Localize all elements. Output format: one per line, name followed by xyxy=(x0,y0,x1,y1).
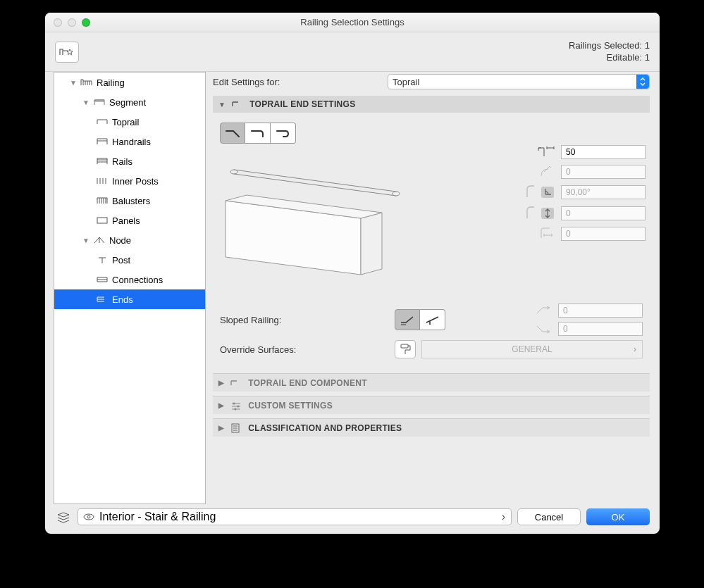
end-settings-panel: Sloped Railing: xyxy=(213,117,650,369)
section-title: TOPRAIL END COMPONENT xyxy=(248,378,367,388)
tree-item-node[interactable]: ▼ Node xyxy=(54,230,205,250)
tree-item-railing[interactable]: ▼ Railing xyxy=(54,73,205,92)
disclosure-closed-icon: ▶ xyxy=(218,401,224,409)
panels-icon xyxy=(95,215,109,225)
override-surface-select[interactable]: GENERAL › xyxy=(421,340,643,358)
tree-item-inner-posts[interactable]: Inner Posts xyxy=(54,171,205,191)
extension-input[interactable] xyxy=(561,145,646,159)
section-custom[interactable]: ▶ CUSTOM SETTINGS xyxy=(213,396,650,414)
tree-item-segment[interactable]: ▼ Segment xyxy=(54,92,205,112)
svg-point-10 xyxy=(84,514,94,520)
edit-settings-for-select[interactable]: Toprail xyxy=(388,74,650,89)
node-icon xyxy=(92,235,106,245)
end-parameters xyxy=(521,145,646,241)
document-icon xyxy=(230,423,242,433)
tree-label: Handrails xyxy=(112,137,151,147)
preview-3d xyxy=(220,148,417,289)
tree-label: Inner Posts xyxy=(112,176,159,187)
param-radius xyxy=(521,165,646,179)
tree-item-toprail[interactable]: Toprail xyxy=(54,112,205,132)
sloped-bottom-icon xyxy=(519,323,554,334)
tree-item-rails[interactable]: Rails xyxy=(54,151,205,171)
sloped-toggle xyxy=(395,309,445,330)
tree-item-connections[interactable]: Connections xyxy=(54,270,205,289)
section-classification[interactable]: ▶ CLASSIFICATION AND PROPERTIES xyxy=(213,418,650,437)
toprail-icon xyxy=(95,117,109,127)
tree-item-ends[interactable]: Ends xyxy=(54,289,205,309)
settings-window: Railing Selection Settings Railings Sele… xyxy=(45,13,660,534)
tree-label: Post xyxy=(112,255,130,265)
layer-value: Interior - Stair & Railing xyxy=(99,511,216,523)
sloped-bottom-input xyxy=(558,322,643,336)
angle-input xyxy=(561,185,646,199)
svg-point-2 xyxy=(393,192,400,196)
railings-selected-label: Railings Selected: 1 xyxy=(569,40,650,52)
param-extension xyxy=(521,145,646,159)
override-surfaces-label: Override Surfaces: xyxy=(220,344,389,355)
cancel-button[interactable]: Cancel xyxy=(517,508,581,525)
tree-label: Rails xyxy=(112,156,132,167)
disclosure-open-icon: ▼ xyxy=(82,99,89,106)
select-value: Toprail xyxy=(393,77,419,87)
tree-label: Connections xyxy=(112,275,163,285)
svg-point-6 xyxy=(233,402,235,404)
section-end-settings[interactable]: ▼ TOPRAIL END SETTINGS xyxy=(213,96,650,113)
section-title: CUSTOM SETTINGS xyxy=(248,401,333,411)
override-value: GENERAL xyxy=(512,344,552,354)
tree-label: Railing xyxy=(97,77,125,88)
sloped-horizontal-button[interactable] xyxy=(395,309,420,330)
sloped-railing-label: Sloped Railing: xyxy=(220,315,389,325)
horizontal-icon xyxy=(521,227,557,241)
sloped-bottom-row xyxy=(519,322,643,336)
end-style-return-button[interactable] xyxy=(271,123,296,144)
end-style-toggle xyxy=(220,123,643,144)
ends-icon xyxy=(95,294,109,304)
angle-icon xyxy=(521,184,557,200)
favorites-button[interactable] xyxy=(55,42,79,63)
tree-item-panels[interactable]: Panels xyxy=(54,211,205,230)
ok-button[interactable]: OK xyxy=(586,508,650,525)
svg-point-8 xyxy=(235,408,237,410)
offset-icon xyxy=(521,206,557,221)
edit-settings-for-label: Edit Settings for: xyxy=(213,77,382,87)
chevron-right-icon: › xyxy=(502,511,505,523)
tree-label: Segment xyxy=(109,97,146,108)
param-horizontal xyxy=(521,227,646,241)
disclosure-closed-icon: ▶ xyxy=(218,379,224,387)
svg-point-11 xyxy=(87,515,90,518)
connections-icon xyxy=(95,275,109,284)
end-style-straight-button[interactable] xyxy=(220,123,245,144)
structure-tree[interactable]: ▼ Railing ▼ Segment Toprail Handrails Ra… xyxy=(54,72,206,504)
section-title: CLASSIFICATION AND PROPERTIES xyxy=(248,423,402,433)
body: ▼ Railing ▼ Segment Toprail Handrails Ra… xyxy=(45,72,660,504)
railing-star-icon xyxy=(59,45,75,59)
svg-rect-0 xyxy=(97,218,107,223)
end-style-down-button[interactable] xyxy=(245,123,271,144)
section-component[interactable]: ▶ TOPRAIL END COMPONENT xyxy=(213,373,650,392)
toprail-end-icon xyxy=(231,99,244,109)
disclosure-closed-icon: ▶ xyxy=(218,424,224,432)
window-title: Railing Selection Settings xyxy=(45,17,660,27)
svg-rect-5 xyxy=(401,344,408,348)
updown-icon xyxy=(636,75,649,89)
sloped-follow-button[interactable] xyxy=(420,309,445,330)
tree-item-post[interactable]: Post xyxy=(54,250,205,270)
sliders-icon xyxy=(230,401,242,411)
horizontal-input xyxy=(561,227,646,241)
segment-icon xyxy=(92,97,106,107)
paint-roller-button[interactable] xyxy=(395,340,416,358)
disclosure-open-icon: ▼ xyxy=(218,101,226,108)
toolbar: Railings Selected: 1 Editable: 1 xyxy=(45,32,660,72)
tree-item-handrails[interactable]: Handrails xyxy=(54,132,205,151)
radius-input xyxy=(561,165,646,179)
layer-select[interactable]: Interior - Stair & Railing › xyxy=(78,508,512,525)
section-title: TOPRAIL END SETTINGS xyxy=(249,99,355,109)
titlebar: Railing Selection Settings xyxy=(45,13,660,32)
post-icon xyxy=(95,255,109,265)
selection-status: Railings Selected: 1 Editable: 1 xyxy=(569,40,650,64)
disclosure-open-icon: ▼ xyxy=(82,237,89,244)
extension-length-icon xyxy=(521,145,557,159)
tree-item-balusters[interactable]: Balusters xyxy=(54,191,205,211)
param-offset xyxy=(521,206,646,221)
radius-icon xyxy=(521,165,557,179)
